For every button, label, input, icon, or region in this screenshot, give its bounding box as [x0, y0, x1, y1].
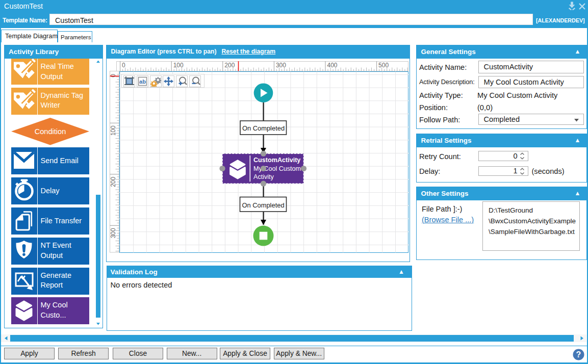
svg-text:400: 400	[327, 62, 338, 69]
svg-text:CustomActivity: CustomActivity	[253, 157, 300, 164]
svg-text:On Completed: On Completed	[242, 201, 284, 209]
svg-text:300: 300	[276, 62, 286, 69]
svg-text:200: 200	[110, 176, 117, 187]
svg-text:On Completed: On Completed	[242, 124, 284, 132]
svg-text:200: 200	[224, 62, 235, 69]
svg-text:100: 100	[173, 62, 184, 69]
svg-text:300: 300	[110, 228, 117, 238]
svg-text:ab: ab	[139, 79, 146, 85]
svg-text:Activity: Activity	[253, 173, 274, 180]
svg-text:0: 0	[110, 74, 117, 77]
svg-text:100: 100	[110, 125, 117, 136]
svg-text:Condition: Condition	[35, 127, 66, 136]
svg-text:0: 0	[122, 62, 125, 69]
svg-text:?: ?	[576, 350, 581, 359]
svg-text:500: 500	[378, 62, 389, 69]
